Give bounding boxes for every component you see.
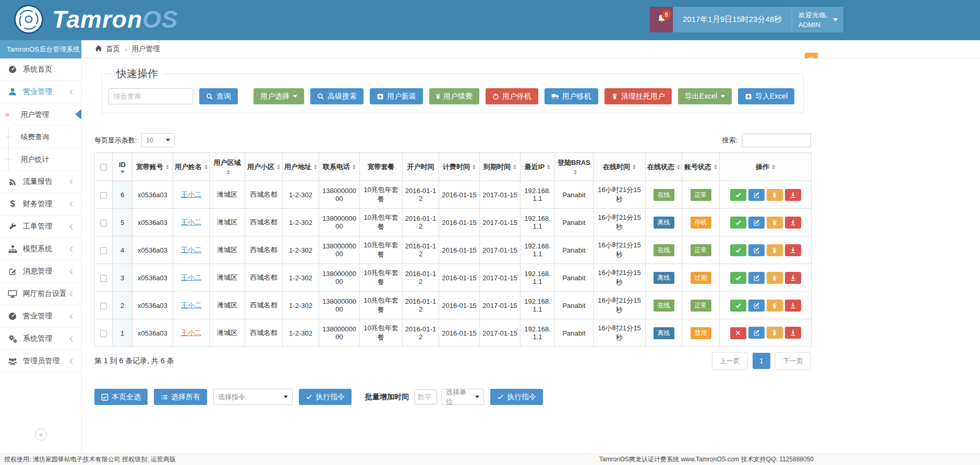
select-all-button[interactable]: 选择所有 xyxy=(154,389,207,405)
execute-command-button[interactable]: 执行指令 xyxy=(299,389,352,405)
download-user-button[interactable] xyxy=(785,217,801,229)
download-user-button[interactable] xyxy=(785,272,801,284)
column-header-region[interactable]: 用户区域 xyxy=(210,153,245,181)
confirm-user-button[interactable] xyxy=(730,244,746,256)
download-user-button[interactable] xyxy=(785,189,801,201)
confirm-user-button[interactable] xyxy=(730,217,746,229)
cell-bras: Panabit xyxy=(555,264,594,292)
new-user-button[interactable]: 用户新装 xyxy=(370,88,423,104)
delete-user-button[interactable] xyxy=(767,300,783,312)
table-search-input[interactable] xyxy=(742,134,811,147)
sidebar-subitem-user-mgmt[interactable]: » 用户管理 xyxy=(0,103,81,126)
sidebar-item-admin-mgmt[interactable]: 管理员管理 xyxy=(0,350,81,373)
clean-dead-users-button[interactable]: 清理挂死用户 xyxy=(604,88,672,104)
enable-user-button[interactable] xyxy=(730,327,746,339)
download-user-button[interactable] xyxy=(785,300,801,312)
confirm-user-button[interactable] xyxy=(730,189,746,201)
column-header-online-time[interactable]: 在线时间 xyxy=(594,153,646,181)
pagination: 上一页 1 下一页 xyxy=(709,352,811,370)
batch-number-input[interactable] xyxy=(414,389,437,404)
select-all-header[interactable] xyxy=(95,153,113,181)
row-checkbox[interactable] xyxy=(100,192,107,199)
sidebar-item-finance-mgmt[interactable]: $ 财务管理 xyxy=(0,193,81,216)
row-checkbox[interactable] xyxy=(100,275,107,282)
column-header-online-status[interactable]: 在线状态 xyxy=(646,153,682,181)
next-page-button[interactable]: 下一页 xyxy=(775,352,811,370)
column-header-actions[interactable]: 操作 xyxy=(720,153,812,181)
sidebar-subitem-renewal-query[interactable]: 续费查询 xyxy=(0,126,81,148)
page-1-button[interactable]: 1 xyxy=(753,353,770,369)
notifications-button[interactable]: 8 xyxy=(650,7,673,32)
download-user-button[interactable] xyxy=(785,327,801,339)
sidebar-subitem-user-stats[interactable]: 用户统计 xyxy=(0,148,81,171)
query-button[interactable]: 查询 xyxy=(199,88,238,104)
select-all-checkbox[interactable] xyxy=(100,164,107,171)
column-header-address[interactable]: 用户地址 xyxy=(283,153,319,181)
user-menu[interactable]: 欢迎光临, ADMIN xyxy=(792,7,843,32)
delete-user-button[interactable] xyxy=(767,217,783,229)
user-name-link[interactable]: 王小二 xyxy=(181,218,201,226)
renew-user-button[interactable]: ¥ 用户续费 xyxy=(429,88,479,104)
confirm-user-button[interactable] xyxy=(730,300,746,312)
user-name-link[interactable]: 王小二 xyxy=(181,329,201,337)
column-header-community[interactable]: 用户小区 xyxy=(245,153,283,181)
column-header-expire-date[interactable]: 到期时间 xyxy=(480,153,521,181)
advanced-search-button[interactable]: 高级搜索 xyxy=(310,88,364,104)
column-header-account-status[interactable]: 账号状态 xyxy=(682,153,720,181)
import-excel-button[interactable]: 导入Excel xyxy=(738,88,794,104)
sidebar-item-system-home[interactable]: 系统首页 xyxy=(0,58,81,81)
export-excel-dropdown[interactable]: 导出Excel xyxy=(678,88,732,104)
edit-user-button[interactable] xyxy=(748,244,765,256)
column-header-plan[interactable]: 宽带套餐 xyxy=(360,153,403,181)
check-icon xyxy=(735,275,742,281)
edit-user-button[interactable] xyxy=(748,217,765,229)
sidebar-item-traffic-report[interactable]: 流量报告 xyxy=(0,171,81,193)
sidebar-item-work-order-mgmt[interactable]: 工单管理 xyxy=(0,216,81,238)
combined-query-input[interactable] xyxy=(108,88,193,104)
row-checkbox[interactable] xyxy=(100,247,107,254)
column-header-bill-date[interactable]: 计费时间 xyxy=(439,153,480,181)
sidebar-item-message-mgmt[interactable]: 消息管理 xyxy=(0,260,81,283)
sidebar-item-model-system[interactable]: 模型系统 xyxy=(0,238,81,260)
column-header-ip[interactable]: 最近IP xyxy=(521,153,555,181)
row-checkbox[interactable] xyxy=(100,220,107,226)
row-checkbox[interactable] xyxy=(100,330,107,337)
command-select[interactable]: 选择指令 xyxy=(213,389,293,405)
column-header-open-date[interactable]: 开户时间 xyxy=(403,153,439,181)
delete-user-button[interactable] xyxy=(767,189,783,201)
sidebar-item-business-mgmt[interactable]: 营业管理 xyxy=(0,81,81,103)
edit-user-button[interactable] xyxy=(748,272,765,284)
delete-user-button[interactable] xyxy=(767,244,783,256)
column-header-name[interactable]: 用户姓名 xyxy=(173,153,210,181)
edit-user-button[interactable] xyxy=(748,189,765,201)
confirm-user-button[interactable] xyxy=(730,272,746,284)
prev-page-button[interactable]: 上一页 xyxy=(712,352,748,370)
column-header-id[interactable]: ID xyxy=(113,153,132,181)
user-name-link[interactable]: 王小二 xyxy=(181,246,201,254)
edit-user-button[interactable] xyxy=(748,327,765,339)
column-header-bras[interactable]: 登陆BRAS xyxy=(555,153,594,181)
delete-user-button[interactable] xyxy=(767,327,783,339)
suspend-user-button[interactable]: 用户停机 xyxy=(486,88,538,104)
sidebar-item-portal-settings[interactable]: 网厅前台设置 xyxy=(0,283,81,305)
sort-icon xyxy=(714,165,717,169)
download-user-button[interactable] xyxy=(785,244,801,256)
user-name-link[interactable]: 王小二 xyxy=(181,273,201,281)
column-header-account[interactable]: 宽带账号 xyxy=(132,153,173,181)
sidebar-item-business-mgmt-2[interactable]: 营业管理 xyxy=(0,305,81,328)
user-name-link[interactable]: 王小二 xyxy=(181,301,201,309)
breadcrumb-home-link[interactable]: 首页 xyxy=(94,44,120,54)
per-page-select[interactable]: 10 xyxy=(141,133,175,147)
delete-user-button[interactable] xyxy=(767,272,783,284)
unit-select[interactable]: 选择单位 xyxy=(441,389,484,405)
edit-user-button[interactable] xyxy=(748,300,765,312)
row-checkbox[interactable] xyxy=(100,303,107,309)
sidebar-collapse-button[interactable]: « xyxy=(35,428,47,440)
user-name-link[interactable]: 王小二 xyxy=(181,190,201,198)
sidebar-item-system-mgmt[interactable]: 系统管理 xyxy=(0,328,81,350)
user-select-dropdown[interactable]: 用户选择 xyxy=(253,88,304,104)
select-page-button[interactable]: 本页全选 xyxy=(94,389,148,405)
column-header-phone[interactable]: 联系电话 xyxy=(319,153,360,181)
move-user-button[interactable]: 用户移机 xyxy=(545,88,598,104)
execute-batch-button[interactable]: 执行指令 xyxy=(490,389,543,405)
